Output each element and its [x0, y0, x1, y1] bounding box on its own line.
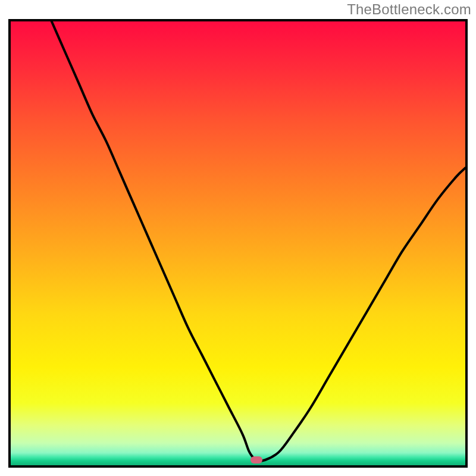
plot-frame [8, 19, 468, 468]
chart-container: TheBottleneck.com [0, 0, 476, 476]
attribution-text: TheBottleneck.com [347, 1, 471, 18]
bottleneck-curve [52, 21, 465, 461]
balance-marker [250, 456, 262, 464]
curve-svg [11, 21, 465, 465]
